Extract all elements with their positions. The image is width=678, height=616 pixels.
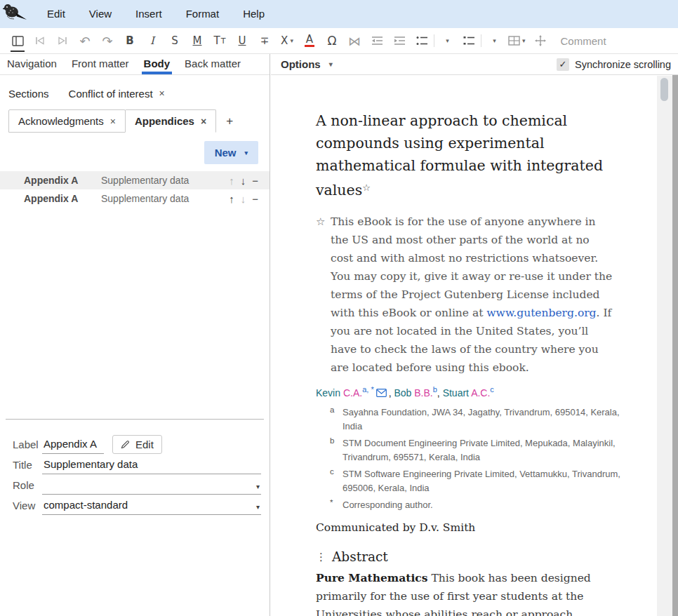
table-icon xyxy=(508,36,520,46)
page-layout-button[interactable] xyxy=(10,32,25,50)
remove-icon[interactable]: − xyxy=(252,175,258,187)
close-icon[interactable]: × xyxy=(110,116,116,127)
bullet-list-menu-button[interactable]: ▾ xyxy=(439,32,454,50)
redo-button[interactable]: ↷ xyxy=(100,32,115,50)
window-scrollbar[interactable] xyxy=(672,75,678,616)
move-button[interactable] xyxy=(533,32,548,50)
abstract-lead: Pure Mathematics xyxy=(316,571,428,584)
author-given-name[interactable]: Kevin xyxy=(316,387,340,399)
skip-previous-button[interactable] xyxy=(32,32,48,50)
section-tab-acknowledgments[interactable]: Acknowledgments × xyxy=(8,109,126,133)
comment-button[interactable]: Comment xyxy=(561,35,606,47)
menu-edit[interactable]: Edit xyxy=(35,0,77,28)
affiliation-item: a Sayahna Foundation, JWA 34, Jagathy, T… xyxy=(330,406,657,434)
kebab-menu-icon[interactable]: ⋮ xyxy=(316,551,326,563)
table-button[interactable]: ▾ xyxy=(508,32,526,50)
close-icon[interactable]: × xyxy=(159,88,165,99)
text-size-button[interactable]: TT xyxy=(212,32,227,50)
strikethrough-button[interactable]: S xyxy=(167,32,182,50)
numbered-list-menu-button[interactable]: ▾ xyxy=(486,32,501,50)
title-footnote-star-icon[interactable]: ☆ xyxy=(362,182,371,193)
author-affiliation-sup: a, * xyxy=(362,385,374,394)
chevron-down-icon: ▾ xyxy=(493,37,496,44)
article-title-text: A non-linear approach to chemical compou… xyxy=(316,112,603,199)
overline-icon: ∓ xyxy=(260,34,270,47)
pencil-icon xyxy=(121,440,130,449)
title-field[interactable]: Supplementary data xyxy=(42,458,261,474)
author-given-name[interactable]: Bob xyxy=(394,387,411,399)
preview-scrollbar-thumb[interactable] xyxy=(660,78,668,101)
section-tab-appendices[interactable]: Appendices × xyxy=(125,109,216,133)
bold-button[interactable]: B xyxy=(122,32,138,50)
bullet-list-button[interactable] xyxy=(414,32,430,50)
menu-view[interactable]: View xyxy=(77,0,124,28)
menu-format[interactable]: Format xyxy=(174,0,232,28)
label-field[interactable]: Appendix A xyxy=(42,438,104,454)
author-initials[interactable]: A.C. xyxy=(471,387,490,399)
tab-navigation[interactable]: Navigation xyxy=(7,54,57,74)
panel-divider xyxy=(6,419,264,420)
underline-button[interactable]: U xyxy=(234,32,250,50)
italic-icon: I xyxy=(150,34,154,47)
author-given-name[interactable]: Stuart xyxy=(443,387,469,399)
add-section-button[interactable]: + xyxy=(226,114,233,128)
tab-back-matter[interactable]: Back matter xyxy=(185,54,241,74)
view-field-label: View xyxy=(13,500,42,515)
abstract-paragraph: Pure Mathematics This book has been desi… xyxy=(316,569,622,616)
overline-button[interactable]: ∓ xyxy=(257,32,272,50)
script-menu-button[interactable]: X ▾ xyxy=(279,32,295,50)
abstract-heading: ⋮ Abstract xyxy=(316,549,657,564)
skip-previous-icon xyxy=(35,36,45,45)
list-item[interactable]: Appendix A Supplementary data ↑ ↓ − xyxy=(0,189,270,208)
script-x-icon: X xyxy=(281,34,288,47)
edit-label-button[interactable]: Edit xyxy=(112,435,162,454)
section-tab-label: Acknowledgments xyxy=(18,115,104,127)
underline-icon: U xyxy=(239,34,246,47)
menu-help[interactable]: Help xyxy=(231,0,277,28)
mark-button[interactable]: M xyxy=(190,32,205,50)
synchronize-scrolling-toggle[interactable]: ✓ Synchronize scrolling xyxy=(557,58,671,71)
move-down-icon[interactable]: ↓ xyxy=(241,175,246,187)
special-character-button[interactable]: Ω xyxy=(324,32,340,50)
checkbox-checked[interactable]: ✓ xyxy=(557,58,569,71)
author-initials[interactable]: C.A. xyxy=(343,387,362,399)
list-item[interactable]: Appendix A Supplementary data ↑ ↓ − xyxy=(0,171,270,189)
appendix-label: Appendix A xyxy=(24,175,101,186)
section-tab-conflict-of-interest[interactable]: Conflict of interest × xyxy=(69,88,165,100)
indent-icon xyxy=(394,36,406,46)
remove-icon[interactable]: − xyxy=(252,193,258,205)
outdent-button[interactable] xyxy=(369,32,385,50)
role-select[interactable]: ▾ xyxy=(42,483,261,495)
title-field-value: Supplementary data xyxy=(44,458,138,470)
sections-area: Sections Conflict of interest × Acknowle… xyxy=(0,75,270,133)
font-color-button[interactable]: A xyxy=(302,32,317,50)
sections-label: Sections xyxy=(8,88,49,100)
gutenberg-link[interactable]: www.gutenberg.org xyxy=(486,307,596,319)
preview-scrollbar-track[interactable] xyxy=(657,76,672,616)
move-up-icon[interactable]: ↑ xyxy=(229,175,234,187)
view-select[interactable]: compact-standard ▾ xyxy=(42,499,261,515)
options-button[interactable]: Options ▾ xyxy=(281,58,333,70)
appendix-title: Supplementary data xyxy=(101,193,229,204)
tab-front-matter[interactable]: Front matter xyxy=(72,54,129,74)
skip-next-button[interactable] xyxy=(55,32,70,50)
menu-insert[interactable]: Insert xyxy=(124,0,174,28)
move-up-icon[interactable]: ↑ xyxy=(229,193,234,205)
article-title: A non-linear approach to chemical compou… xyxy=(316,109,622,201)
tab-body[interactable]: Body xyxy=(144,54,171,74)
undo-button[interactable]: ↶ xyxy=(77,32,93,50)
new-button[interactable]: New ▾ xyxy=(204,141,258,164)
move-down-icon[interactable]: ↓ xyxy=(241,193,246,205)
indent-button[interactable] xyxy=(392,32,407,50)
inline-element-button[interactable]: ⋈ xyxy=(347,32,362,50)
app-logo xyxy=(0,0,35,28)
license-text: This eBook is for the use of anyone anyw… xyxy=(331,215,612,319)
close-icon[interactable]: × xyxy=(201,116,206,127)
redo-icon: ↷ xyxy=(102,34,112,48)
author-initials[interactable]: B.B. xyxy=(414,387,432,399)
omega-icon: Ω xyxy=(328,34,337,48)
affiliation-item: * Corresponding author. xyxy=(330,498,657,512)
email-icon[interactable] xyxy=(376,389,387,397)
italic-button[interactable]: I xyxy=(145,32,160,50)
numbered-list-button[interactable] xyxy=(461,32,477,50)
